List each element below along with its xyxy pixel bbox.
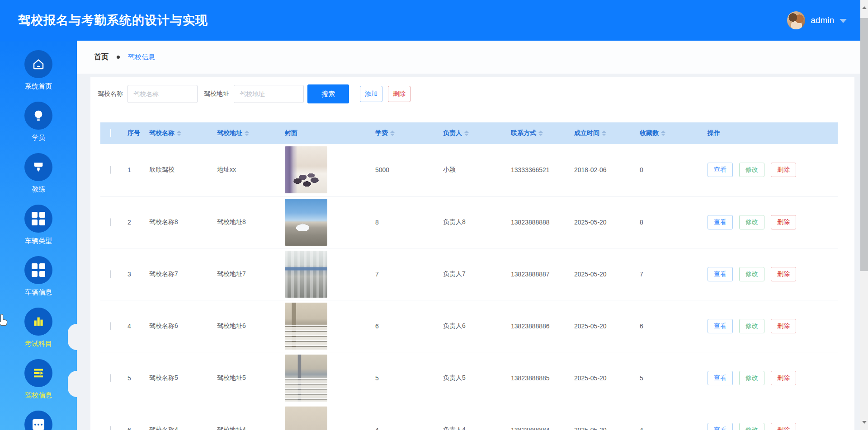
- cell-manager: 小颖: [439, 144, 506, 196]
- cell-fee: 7: [371, 248, 439, 300]
- row-delete-button[interactable]: 删除: [771, 371, 796, 385]
- sort-icon[interactable]: [602, 131, 606, 136]
- scrollbar-thumb[interactable]: [860, 18, 868, 271]
- cell-manager: 负责人4: [439, 404, 506, 430]
- row-checkbox[interactable]: [110, 166, 111, 174]
- column-header-no: 序号: [123, 122, 145, 144]
- school-name-input[interactable]: [127, 85, 198, 103]
- breadcrumb-home[interactable]: 首页: [94, 52, 108, 62]
- sidebar-item-students[interactable]: 学员: [0, 102, 77, 153]
- column-header-favorites[interactable]: 收藏数: [635, 122, 703, 144]
- school-address-label: 驾校地址: [204, 90, 229, 98]
- cell-no: 4: [123, 300, 145, 352]
- cell-manager: 负责人7: [439, 248, 506, 300]
- view-button[interactable]: 查看: [708, 319, 733, 333]
- cell-phone: 13333366521: [506, 144, 570, 196]
- row-checkbox[interactable]: [110, 374, 111, 382]
- column-header-address[interactable]: 驾校地址: [212, 122, 280, 144]
- top-header: 驾校报名与考勤系统的设计与实现 admin: [0, 0, 860, 41]
- edit-button[interactable]: 修改: [739, 423, 764, 430]
- cell-name: 驾校名称7: [145, 248, 212, 300]
- cell-name: 欣欣驾校: [145, 144, 212, 196]
- search-button[interactable]: 搜索: [307, 84, 349, 103]
- grid-icon: [24, 256, 52, 284]
- cell-phone: 13823888884: [506, 404, 570, 430]
- column-header-phone[interactable]: 联系方式: [506, 122, 570, 144]
- sort-icon[interactable]: [464, 131, 469, 136]
- home-icon: [24, 50, 52, 78]
- row-checkbox[interactable]: [110, 270, 111, 278]
- edit-button[interactable]: 修改: [739, 267, 764, 281]
- column-header-cover: 封面: [280, 122, 371, 144]
- sort-icon[interactable]: [538, 131, 543, 136]
- add-button[interactable]: 添加: [360, 86, 382, 102]
- sidebar-item-vehicle-types[interactable]: 车辆类型: [0, 205, 77, 256]
- row-delete-button[interactable]: 删除: [771, 423, 796, 430]
- cover-image: [285, 407, 327, 430]
- cell-fee: 4: [371, 404, 439, 430]
- select-all-checkbox[interactable]: [110, 129, 111, 137]
- message-icon: [24, 411, 52, 430]
- avatar[interactable]: [787, 11, 805, 29]
- school-name-label: 驾校名称: [98, 90, 123, 98]
- cell-favorites: 0: [635, 144, 703, 196]
- scroll-down-icon[interactable]: [860, 415, 868, 430]
- row-checkbox[interactable]: [110, 322, 111, 330]
- sort-icon[interactable]: [245, 131, 249, 136]
- row-checkbox[interactable]: [110, 218, 111, 226]
- list-arrow-icon: [24, 359, 52, 387]
- sort-icon[interactable]: [661, 131, 665, 136]
- chevron-down-icon: [840, 19, 847, 23]
- cell-address: 地址xx: [212, 144, 280, 196]
- school-address-input[interactable]: [234, 85, 304, 103]
- column-header-manager[interactable]: 负责人: [439, 122, 506, 144]
- edit-button[interactable]: 修改: [739, 371, 764, 385]
- cell-favorites: 8: [635, 196, 703, 248]
- cell-phone: 13823888887: [506, 248, 570, 300]
- breadcrumb-separator-icon: [117, 56, 120, 59]
- view-button[interactable]: 查看: [708, 267, 733, 281]
- sidebar-item-exam-subjects[interactable]: 考试科目: [0, 308, 77, 359]
- edit-button[interactable]: 修改: [739, 163, 764, 177]
- active-menu-notch: [68, 324, 77, 350]
- edit-button[interactable]: 修改: [739, 215, 764, 229]
- cell-favorites: 6: [635, 300, 703, 352]
- sort-icon[interactable]: [177, 131, 181, 136]
- cell-fee: 5000: [371, 144, 439, 196]
- cell-manager: 负责人5: [439, 352, 506, 404]
- table-row: 1 欣欣驾校 地址xx 5000 小颖 13333366521 2018-02-…: [100, 144, 838, 196]
- sidebar-item-vehicle-info[interactable]: 车辆信息: [0, 256, 77, 308]
- user-menu[interactable]: admin: [787, 0, 847, 41]
- delete-button[interactable]: 删除: [388, 86, 410, 102]
- scrollbar[interactable]: [860, 0, 868, 430]
- cell-no: 5: [123, 352, 145, 404]
- sidebar-item-messages[interactable]: [0, 411, 77, 430]
- edit-button[interactable]: 修改: [739, 319, 764, 333]
- view-button[interactable]: 查看: [708, 215, 733, 229]
- sidebar-item-school-info[interactable]: 驾校信息: [0, 359, 77, 411]
- row-delete-button[interactable]: 删除: [771, 319, 796, 333]
- cell-fee: 6: [371, 300, 439, 352]
- row-delete-button[interactable]: 删除: [771, 215, 796, 229]
- sidebar-item-home[interactable]: 系统首页: [0, 41, 77, 102]
- view-button[interactable]: 查看: [708, 371, 733, 385]
- cell-no: 6: [123, 404, 145, 430]
- sidebar-item-label: 车辆信息: [25, 288, 52, 297]
- breadcrumb-current[interactable]: 驾校信息: [128, 53, 155, 61]
- cover-image: [285, 355, 327, 402]
- sort-icon[interactable]: [390, 131, 395, 136]
- scroll-up-icon[interactable]: [860, 0, 868, 15]
- view-button[interactable]: 查看: [708, 423, 733, 430]
- sidebar-item-coaches[interactable]: 教练: [0, 153, 77, 205]
- row-delete-button[interactable]: 删除: [771, 163, 796, 177]
- cell-phone: 13823888885: [506, 352, 570, 404]
- column-header-name[interactable]: 驾校名称: [145, 122, 212, 144]
- column-header-date[interactable]: 成立时间: [570, 122, 635, 144]
- column-header-fee[interactable]: 学费: [371, 122, 439, 144]
- row-delete-button[interactable]: 删除: [771, 267, 796, 281]
- cell-address: 驾校地址8: [212, 196, 280, 248]
- mouse-cursor: [0, 313, 9, 330]
- row-checkbox[interactable]: [110, 426, 111, 430]
- content-area: 首页 驾校信息 驾校名称 驾校地址 搜索 添加 删除 序号 驾校名称: [77, 41, 860, 430]
- view-button[interactable]: 查看: [708, 163, 733, 177]
